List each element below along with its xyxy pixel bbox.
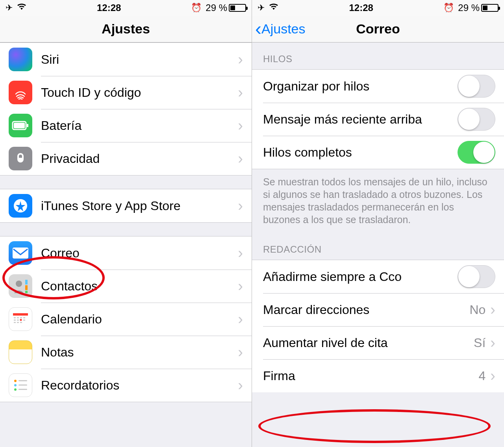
toggle-switch[interactable] — [458, 108, 495, 131]
settings-row-touchid[interactable]: Touch ID y código› — [0, 76, 252, 109]
battery-icon — [9, 114, 32, 137]
section-footer-hilos: Se muestran todos los mensajes de un hil… — [252, 169, 504, 237]
battery-indicator: 29 % — [458, 2, 498, 13]
status-time: 12:28 — [279, 2, 443, 13]
toggle-switch[interactable] — [458, 265, 495, 288]
svg-rect-7 — [25, 285, 28, 290]
svg-rect-4 — [13, 248, 28, 259]
svg-rect-6 — [25, 280, 28, 284]
row-label: Notas — [41, 345, 238, 360]
row-value: No — [469, 303, 485, 317]
touchid-icon — [9, 81, 32, 104]
section-header-redaccion: REDACCIÓN — [252, 237, 504, 260]
mail-row-recent-top[interactable]: Mensaje más reciente arriba — [252, 103, 504, 136]
chevron-right-icon: › — [238, 377, 243, 394]
settings-row-mail[interactable]: Correo› — [0, 236, 252, 270]
nav-bar: ‹ Ajustes Correo — [252, 16, 504, 42]
settings-group-store: iTunes Store y App Store › — [0, 189, 252, 223]
status-bar: ✈ 12:28 ⏰ 29 % — [252, 0, 504, 16]
annotation-firma — [258, 409, 491, 443]
row-label: Marcar direcciones — [263, 303, 469, 317]
settings-group-apps: Correo›Contactos›Calendario›Notas›Record… — [0, 236, 252, 402]
page-title: Correo — [356, 21, 400, 37]
row-label: Batería — [41, 118, 238, 133]
calendar-icon — [9, 307, 32, 331]
row-label: Aumentar nivel de cita — [263, 336, 474, 350]
toggle-switch[interactable] — [458, 75, 495, 98]
svg-rect-14 — [14, 320, 16, 321]
svg-rect-25 — [19, 384, 27, 386]
svg-rect-15 — [17, 320, 19, 321]
settings-row-calendar[interactable]: Calendario› — [0, 303, 252, 336]
settings-row-notes[interactable]: Notas› — [0, 336, 252, 369]
chevron-right-icon: › — [490, 368, 495, 384]
settings-row-contacts[interactable]: Contactos› — [0, 270, 252, 303]
row-label: Contactos — [41, 279, 238, 294]
mail-row-quote-level[interactable]: Aumentar nivel de citaSí› — [252, 326, 504, 359]
toggle-switch[interactable] — [458, 141, 495, 164]
battery-text: 29 % — [458, 2, 480, 13]
svg-rect-18 — [17, 322, 19, 323]
row-label: Hilos completos — [263, 145, 458, 160]
airplane-mode-icon: ✈ — [258, 3, 265, 13]
row-label: Recordatorios — [41, 378, 238, 393]
page-title: Ajustes — [102, 21, 150, 37]
settings-row-privacy[interactable]: Privacidad› — [0, 142, 252, 175]
svg-rect-17 — [14, 322, 16, 323]
chevron-right-icon: › — [490, 334, 495, 351]
chevron-right-icon: › — [490, 301, 495, 318]
row-label: Siri — [41, 52, 238, 67]
row-label: Firma — [263, 369, 479, 383]
mail-group-redaccion: Añadirme siempre a CcoMarcar direcciones… — [252, 260, 504, 392]
siri-icon — [9, 48, 32, 71]
row-value: Sí — [474, 336, 485, 350]
chevron-right-icon: › — [238, 278, 243, 295]
row-label: Correo — [41, 246, 238, 260]
nav-bar: Ajustes — [0, 16, 252, 42]
mail-row-complete-threads[interactable]: Hilos completos — [252, 136, 504, 169]
alarm-icon: ⏰ — [443, 3, 454, 13]
back-button[interactable]: ‹ Ajustes — [255, 21, 305, 37]
wifi-icon — [269, 3, 279, 13]
appstore-icon — [9, 194, 32, 218]
svg-rect-24 — [19, 380, 27, 381]
settings-row-itunes-store[interactable]: iTunes Store y App Store › — [0, 189, 252, 222]
svg-rect-19 — [20, 322, 22, 323]
mail-row-signature[interactable]: Firma4› — [252, 359, 504, 392]
svg-point-22 — [14, 384, 17, 386]
mail-icon — [9, 241, 32, 265]
mail-row-organize-threads[interactable]: Organizar por hilos — [252, 70, 504, 103]
notes-icon — [9, 340, 32, 364]
svg-rect-1 — [14, 123, 25, 128]
section-header-hilos: HILOS — [252, 42, 504, 69]
row-label: iTunes Store y App Store — [41, 199, 238, 213]
chevron-right-icon: › — [238, 344, 243, 361]
mail-settings-screen: ✈ 12:28 ⏰ 29 % ‹ Ajustes Correo HILOS Or… — [252, 0, 504, 447]
airplane-mode-icon: ✈ — [6, 3, 13, 13]
mail-group-hilos: Organizar por hilosMensaje más reciente … — [252, 69, 504, 169]
settings-row-siri[interactable]: Siri› — [0, 43, 252, 76]
row-label: Touch ID y código — [41, 85, 238, 100]
svg-rect-13 — [23, 317, 25, 318]
svg-rect-8 — [25, 291, 28, 293]
svg-point-5 — [16, 281, 22, 287]
status-bar: ✈ 12:28 ⏰ 29 % — [0, 0, 252, 16]
settings-row-battery[interactable]: Batería› — [0, 109, 252, 142]
svg-point-23 — [14, 388, 17, 391]
alarm-icon: ⏰ — [191, 3, 202, 13]
svg-point-21 — [14, 380, 17, 382]
mail-row-always-bcc[interactable]: Añadirme siempre a Cco — [252, 260, 504, 293]
svg-rect-12 — [20, 317, 22, 318]
chevron-right-icon: › — [238, 117, 243, 134]
svg-rect-9 — [13, 313, 28, 316]
settings-row-reminders[interactable]: Recordatorios› — [0, 369, 252, 402]
mail-row-mark-addresses[interactable]: Marcar direccionesNo› — [252, 293, 504, 326]
privacy-icon — [9, 147, 32, 170]
svg-rect-26 — [19, 389, 27, 390]
battery-indicator: 29 % — [206, 2, 246, 13]
chevron-right-icon: › — [238, 51, 243, 68]
row-label: Calendario — [41, 312, 238, 327]
chevron-right-icon: › — [238, 311, 243, 328]
settings-screen: ✈ 12:28 ⏰ 29 % Ajustes Siri›Touch ID y c… — [0, 0, 252, 447]
wifi-icon — [17, 3, 27, 13]
